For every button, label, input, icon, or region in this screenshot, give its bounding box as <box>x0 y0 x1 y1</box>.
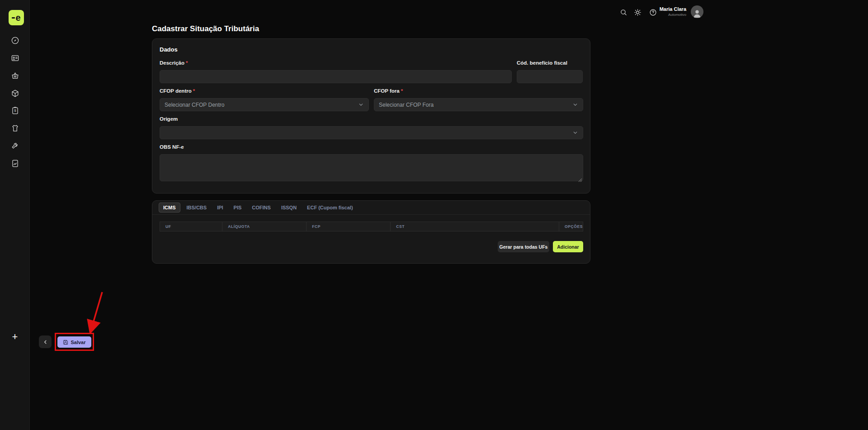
sidebar-item-relatorios[interactable] <box>7 156 23 172</box>
chevron-down-icon <box>358 102 364 108</box>
chevron-left-icon <box>42 339 48 345</box>
search-icon[interactable] <box>618 7 628 17</box>
user-menu[interactable]: Maria Clara Automotivo <box>647 6 686 17</box>
obs-nfe-label: OBS NF-e <box>160 144 184 150</box>
generate-all-ufs-button[interactable]: Gerar para todas UFs <box>498 241 549 252</box>
cod-beneficio-input[interactable] <box>517 70 583 83</box>
dados-card: Dados Descrição* Cód. benefício fiscal C… <box>152 38 590 194</box>
basket-icon <box>11 71 19 82</box>
tab-icms[interactable]: ICMS <box>159 203 180 213</box>
user-name: Maria Clara <box>647 6 686 12</box>
cfop-fora-placeholder: Selecionar CFOP Fora <box>379 102 572 108</box>
tab-ibs-cbs[interactable]: IBS/CBS <box>183 203 211 212</box>
svg-text:$: $ <box>14 109 16 113</box>
tax-card: ICMS IBS/CBS IPI PIS COFINS ISSQN ECF (C… <box>152 200 590 264</box>
cfop-dentro-select[interactable]: Selecionar CFOP Dentro <box>160 98 369 111</box>
required-marker: * <box>193 88 195 94</box>
app-logo[interactable]: e <box>9 10 24 25</box>
user-role: Automotivo <box>647 12 686 17</box>
app-screen: e $ <box>0 0 868 430</box>
avatar[interactable] <box>691 5 703 18</box>
cfop-dentro-label: CFOP dentro* <box>160 88 195 94</box>
column-header-uf: UF <box>160 222 222 231</box>
tab-pis[interactable]: PIS <box>230 203 246 212</box>
package-icon <box>11 89 19 99</box>
column-header-aliquota: ALÍQUOTA <box>222 222 307 231</box>
sidebar-item-ferramentas[interactable] <box>7 138 23 154</box>
sidebar-item-cadastros[interactable] <box>7 51 23 67</box>
origem-label: Origem <box>160 116 178 122</box>
descricao-input[interactable] <box>160 70 512 83</box>
tax-table-header: UF ALÍQUOTA FCP CST OPÇÕES <box>160 222 583 232</box>
column-header-cst: CST <box>391 222 559 231</box>
sidebar-item-produtos[interactable] <box>7 86 23 102</box>
add-new-button[interactable]: + <box>7 329 23 345</box>
tax-tabbar: ICMS IBS/CBS IPI PIS COFINS ISSQN ECF (C… <box>152 201 590 215</box>
cfop-fora-label: CFOP fora* <box>374 88 403 94</box>
required-marker: * <box>401 88 403 94</box>
column-header-fcp: FCP <box>307 222 391 231</box>
cod-beneficio-label: Cód. benefício fiscal <box>517 60 567 66</box>
column-header-opcoes: OPÇÕES <box>559 222 583 231</box>
tab-ipi[interactable]: IPI <box>213 203 227 212</box>
page-title: Cadastrar Situação Tributária <box>152 24 259 33</box>
collapse-sidebar-button[interactable] <box>39 335 52 348</box>
descricao-label: Descrição* <box>160 60 188 66</box>
sidebar-item-dashboard[interactable] <box>7 33 23 49</box>
invoice-icon: $ <box>11 106 19 117</box>
vest-icon <box>11 124 19 134</box>
tab-cofins[interactable]: COFINS <box>248 203 275 212</box>
sidebar-item-vendas[interactable] <box>7 68 23 85</box>
floppy-disk-icon <box>63 340 68 345</box>
annotation-arrow <box>84 289 106 335</box>
id-card-icon <box>11 54 19 64</box>
wrench-icon <box>11 141 19 151</box>
sidebar-item-servicos[interactable] <box>7 121 23 137</box>
report-icon <box>11 159 19 170</box>
person-icon <box>692 8 702 18</box>
add-button[interactable]: Adicionar <box>553 241 583 252</box>
obs-nfe-textarea[interactable] <box>160 154 583 181</box>
section-title: Dados <box>160 46 178 53</box>
theme-sun-icon[interactable] <box>632 7 642 17</box>
chevron-down-icon <box>572 130 578 136</box>
logo-e-icon: e <box>12 13 20 22</box>
tab-ecf-cupom-fiscal[interactable]: ECF (Cupom fiscal) <box>303 203 357 212</box>
origem-select[interactable] <box>160 126 583 139</box>
sidebar: e $ <box>0 0 30 430</box>
chevron-down-icon <box>572 102 578 108</box>
save-button[interactable]: Salvar <box>57 336 91 348</box>
sidebar-item-fiscal[interactable]: $ <box>7 103 23 119</box>
tab-issqn[interactable]: ISSQN <box>277 203 301 212</box>
save-button-label: Salvar <box>71 340 85 345</box>
cfop-dentro-placeholder: Selecionar CFOP Dentro <box>165 102 358 108</box>
compass-icon <box>11 36 19 47</box>
cfop-fora-select[interactable]: Selecionar CFOP Fora <box>374 98 583 111</box>
required-marker: * <box>186 60 188 66</box>
